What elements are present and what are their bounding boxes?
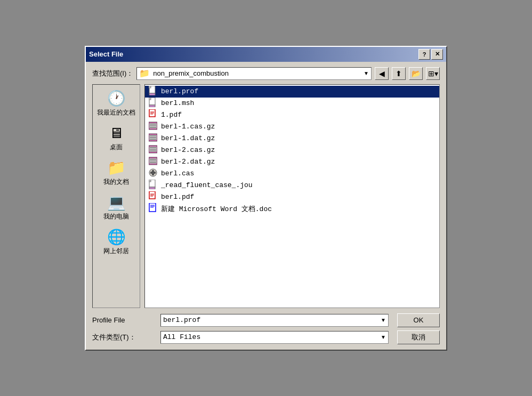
file-name-1-pdf: 1.pdf — [161, 111, 182, 119]
up-button[interactable]: ⬆ — [392, 67, 406, 80]
dialog-title: Select File — [89, 50, 123, 58]
file-item-berl-1-cas-gz[interactable]: berl-1.cas.gz — [145, 121, 439, 133]
file-item-berl-2-cas-gz[interactable]: berl-2.cas.gz — [145, 144, 439, 156]
bottom-form: Profile File berl.prof ▼ OK 文件类型(T)： All… — [92, 313, 440, 344]
location-dropdown[interactable]: 📁 non_premix_combustion ▼ — [136, 67, 372, 80]
svg-rect-35 — [149, 180, 151, 182]
svg-rect-12 — [150, 124, 156, 125]
file-icon-berl-pdf — [148, 191, 158, 203]
svg-rect-27 — [150, 159, 156, 160]
file-icon-berl-2-dat-gz — [148, 156, 158, 167]
recent-icon: 🕐 — [107, 91, 126, 106]
file-icon-berl-2-cas-gz — [148, 144, 158, 156]
profile-arrow-icon: ▼ — [381, 317, 386, 323]
back-button[interactable]: ◀ — [375, 67, 389, 80]
shortcut-desktop[interactable]: 🖥 桌面 — [93, 122, 140, 156]
svg-rect-5 — [149, 98, 151, 100]
file-item-berl-msh[interactable]: berl.msh — [145, 98, 439, 109]
shortcuts-panel: 🕐 我最近的文档 🖥 桌面 📁 我的文档 💻 我的电脑 🌐 网上邻 — [92, 84, 140, 308]
network-label: 网上邻居 — [103, 247, 129, 256]
file-name-word-doc: 新建 Microsoft Word 文档.doc — [161, 204, 272, 214]
file-name-berl-prof: berl.prof — [161, 87, 198, 95]
action-buttons: OK — [397, 313, 440, 327]
mypc-label: 我的电脑 — [103, 212, 129, 221]
svg-rect-2 — [149, 86, 151, 88]
file-name-berl-msh: berl.msh — [161, 99, 194, 107]
svg-rect-22 — [150, 147, 156, 148]
svg-rect-23 — [150, 149, 156, 150]
file-name-berl-cas: berl.cas — [161, 169, 194, 177]
file-icon-word-doc — [148, 203, 158, 214]
location-label: 查找范围(I)： — [92, 69, 133, 78]
filetype-arrow-icon: ▼ — [381, 334, 386, 340]
file-icon-berl-1-dat-gz — [148, 133, 158, 144]
svg-rect-1 — [149, 93, 155, 95]
folder-icon: 📁 — [139, 68, 150, 78]
svg-rect-13 — [150, 125, 156, 126]
profile-row: Profile File berl.prof ▼ OK — [92, 313, 440, 327]
file-list[interactable]: berl.profberl.msh1.pdfberl-1.cas.gzberl-… — [144, 84, 440, 308]
file-item-berl-1-dat-gz[interactable]: berl-1.dat.gz — [145, 133, 439, 144]
profile-input[interactable]: berl.prof ▼ — [160, 314, 389, 327]
new-folder-button[interactable]: 📂 — [409, 67, 423, 80]
dropdown-arrow-icon: ▼ — [364, 70, 369, 76]
filetype-label: 文件类型(T)： — [92, 333, 156, 342]
mypc-icon: 💻 — [107, 195, 126, 210]
title-bar: Select File ? ✕ — [86, 47, 446, 62]
file-item-berl-cas[interactable]: berl.cas — [145, 168, 439, 180]
help-button[interactable]: ? — [418, 49, 430, 60]
cancel-button[interactable]: 取消 — [397, 330, 440, 344]
cancel-button-wrap: 取消 — [397, 330, 440, 344]
profile-value: berl.prof — [163, 316, 381, 324]
filetype-value: All Files — [163, 333, 381, 341]
file-name-berl-2-cas-gz: berl-2.cas.gz — [161, 146, 215, 154]
file-item-read-fluent[interactable]: _read_fluent_case_.jou — [145, 180, 439, 191]
profile-label: Profile File — [92, 316, 156, 324]
shortcut-network[interactable]: 🌐 网上邻居 — [93, 225, 140, 260]
recent-label: 我最近的文档 — [97, 108, 135, 117]
svg-rect-32 — [150, 172, 156, 174]
file-icon-read-fluent — [148, 180, 158, 191]
file-icon-berl-msh — [148, 98, 158, 109]
select-file-dialog: Select File ? ✕ 查找范围(I)： 📁 non_premix_co… — [85, 46, 447, 351]
file-name-berl-1-cas-gz: berl-1.cas.gz — [161, 123, 215, 131]
shortcut-mypc[interactable]: 💻 我的电脑 — [93, 191, 140, 225]
network-icon: 🌐 — [107, 230, 126, 245]
svg-rect-34 — [149, 187, 155, 189]
svg-rect-4 — [149, 105, 155, 107]
filetype-input[interactable]: All Files ▼ — [160, 331, 389, 344]
svg-rect-14 — [150, 127, 156, 128]
file-item-word-doc[interactable]: 新建 Microsoft Word 文档.doc — [145, 203, 439, 215]
ok-button[interactable]: OK — [397, 313, 440, 327]
svg-rect-28 — [150, 160, 156, 161]
dialog-body: 查找范围(I)： 📁 non_premix_combustion ▼ ◀ ⬆ 📂… — [86, 62, 446, 350]
file-icon-berl-1-cas-gz — [148, 121, 158, 132]
file-name-berl-pdf: berl.pdf — [161, 193, 194, 201]
file-item-berl-prof[interactable]: berl.prof — [145, 86, 439, 98]
desktop-icon: 🖥 — [109, 126, 124, 141]
file-item-berl-2-dat-gz[interactable]: berl-2.dat.gz — [145, 156, 439, 168]
file-icon-1-pdf — [148, 109, 158, 120]
svg-rect-17 — [150, 135, 156, 136]
file-item-1-pdf[interactable]: 1.pdf — [145, 109, 439, 121]
file-icon-berl-prof — [148, 86, 158, 97]
file-icon-berl-cas — [148, 168, 158, 179]
svg-rect-24 — [150, 150, 156, 151]
file-name-berl-1-dat-gz: berl-1.dat.gz — [161, 134, 215, 142]
desktop-label: 桌面 — [110, 143, 123, 152]
close-button[interactable]: ✕ — [431, 49, 443, 60]
view-button[interactable]: ⊞▾ — [426, 67, 440, 80]
filetype-row: 文件类型(T)： All Files ▼ 取消 — [92, 330, 440, 344]
svg-rect-29 — [150, 162, 156, 163]
title-bar-buttons: ? ✕ — [418, 49, 443, 60]
location-text: non_premix_combustion — [153, 69, 360, 77]
shortcut-mydocs[interactable]: 📁 我的文档 — [93, 156, 140, 191]
mydocs-icon: 📁 — [107, 160, 126, 175]
toolbar-row: 查找范围(I)： 📁 non_premix_combustion ▼ ◀ ⬆ 📂… — [92, 67, 440, 80]
mydocs-label: 我的文档 — [103, 177, 129, 187]
file-name-berl-2-dat-gz: berl-2.dat.gz — [161, 158, 215, 166]
file-item-berl-pdf[interactable]: berl.pdf — [145, 191, 439, 203]
file-name-read-fluent: _read_fluent_case_.jou — [161, 181, 253, 189]
shortcut-recent[interactable]: 🕐 我最近的文档 — [93, 87, 140, 122]
svg-rect-18 — [150, 137, 156, 138]
